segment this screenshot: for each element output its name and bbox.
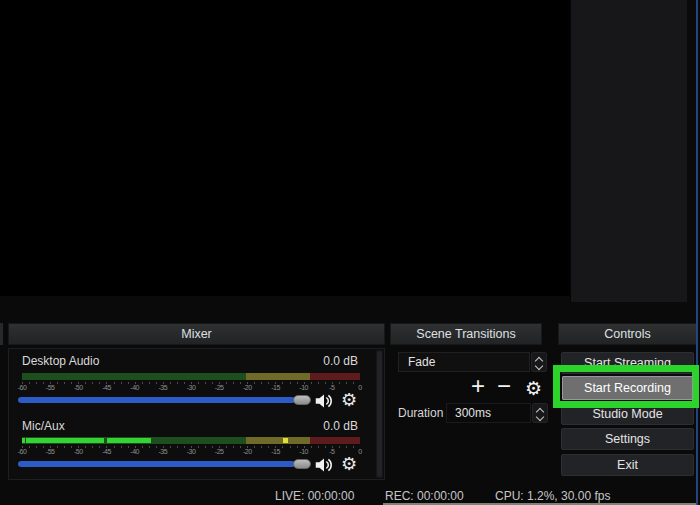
speaker-icon[interactable]	[313, 454, 335, 476]
scale-tick: -60	[18, 448, 27, 455]
transition-select-spinner[interactable]	[531, 352, 547, 372]
scale-tick: -50	[74, 384, 83, 391]
scale-tick: -25	[215, 384, 224, 391]
duration-value: 300ms	[455, 406, 491, 420]
settings-button[interactable]: Settings	[561, 428, 694, 450]
audio-meter-desktop	[22, 373, 360, 380]
live-timer: LIVE: 00:00:00	[275, 489, 354, 503]
mixer-header: Mixer	[8, 323, 385, 345]
scale-tick: -15	[271, 384, 280, 391]
obs-window: Mixer Desktop Audio 0.0 dB -60 -55 -50 -…	[0, 0, 700, 505]
preview-side-panel	[570, 0, 687, 302]
audio-meter-mic	[22, 437, 360, 444]
transition-select[interactable]: Fade	[398, 352, 530, 372]
scale-tick: -30	[187, 448, 196, 455]
panel-header-fragment	[0, 323, 3, 345]
scale-tick: -15	[271, 448, 280, 455]
volume-slider-mic[interactable]	[18, 461, 311, 467]
chevron-down-icon[interactable]	[535, 362, 543, 370]
mixer-panel: Desktop Audio 0.0 dB -60 -55 -50 -45 -40…	[8, 348, 385, 480]
scale-tick: -45	[102, 448, 111, 455]
slider-handle[interactable]	[293, 395, 311, 405]
slider-handle[interactable]	[293, 459, 311, 469]
add-transition-button[interactable]: +	[471, 374, 485, 398]
scene-transitions-title: Scene Transitions	[416, 327, 515, 341]
channel-name-desktop-audio: Desktop Audio	[22, 354, 99, 368]
chevron-down-icon[interactable]	[536, 413, 544, 421]
scale-tick: 0	[358, 384, 361, 391]
scrollbar-thumb[interactable]	[377, 351, 382, 477]
channel-volume-db: 0.0 dB	[323, 354, 358, 368]
scale-tick: -35	[159, 448, 168, 455]
scale-tick: -40	[130, 384, 139, 391]
slider-fill	[18, 397, 295, 403]
rec-timer: REC: 00:00:00	[385, 489, 464, 503]
window-edge-line	[696, 0, 698, 505]
scale-tick: -40	[130, 448, 139, 455]
speaker-icon[interactable]	[313, 390, 335, 412]
volume-slider-desktop[interactable]	[18, 397, 311, 403]
scale-tick: -50	[74, 448, 83, 455]
scale-tick: -55	[46, 384, 55, 391]
scale-tick: -10	[299, 384, 308, 391]
mixer-scrollbar[interactable]	[376, 350, 383, 478]
scale-tick: -10	[299, 448, 308, 455]
controls-title: Controls	[604, 327, 651, 341]
controls-header: Controls	[558, 323, 697, 345]
cpu-fps-stats: CPU: 1.2%, 30.00 fps	[495, 489, 610, 503]
scene-transitions-header: Scene Transitions	[390, 323, 542, 345]
transition-selected-value: Fade	[408, 355, 435, 369]
transition-properties-gear-icon[interactable]: ⚙	[525, 377, 542, 401]
scale-tick: -20	[243, 448, 252, 455]
preview-canvas	[0, 0, 570, 296]
duration-spinner[interactable]	[532, 403, 548, 423]
scale-tick: -60	[18, 384, 27, 391]
meter-scale: -60 -55 -50 -45 -40 -35 -30 -25 -20 -15 …	[22, 382, 360, 393]
slider-fill	[18, 461, 295, 467]
duration-input[interactable]: 300ms	[446, 403, 531, 423]
duration-label: Duration	[398, 406, 443, 420]
channel-name-mic-aux: Mic/Aux	[22, 419, 65, 433]
scale-tick: 0	[358, 448, 361, 455]
exit-button[interactable]: Exit	[561, 454, 694, 476]
start-recording-button[interactable]: Start Recording	[562, 376, 693, 400]
scale-tick: -35	[159, 384, 168, 391]
channel-volume-db: 0.0 dB	[323, 419, 358, 433]
remove-transition-button[interactable]: −	[497, 374, 511, 398]
scale-tick: -30	[187, 384, 196, 391]
channel-settings-gear-icon[interactable]: ⚙	[341, 390, 357, 410]
scale-tick: -25	[215, 448, 224, 455]
scale-tick: -55	[46, 448, 55, 455]
scale-tick: -45	[102, 384, 111, 391]
mixer-title: Mixer	[181, 327, 212, 341]
meter-scale: -60 -55 -50 -45 -40 -35 -30 -25 -20 -15 …	[22, 446, 360, 457]
scale-tick: -20	[243, 384, 252, 391]
channel-settings-gear-icon[interactable]: ⚙	[341, 454, 357, 474]
